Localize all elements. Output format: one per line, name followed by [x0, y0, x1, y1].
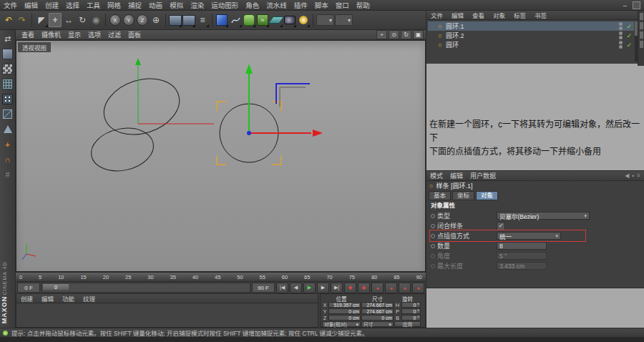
- object-manager-menu-item[interactable]: 标签: [509, 11, 530, 19]
- scale-tool-button[interactable]: ↔: [62, 13, 75, 27]
- lock-x-button[interactable]: X: [109, 13, 122, 27]
- texture-mode-button[interactable]: [1, 63, 14, 75]
- material-menu-item[interactable]: 纹理: [79, 294, 99, 303]
- enabled-check-icon[interactable]: ✓: [626, 23, 632, 30]
- material-menu-item[interactable]: 功能: [58, 294, 79, 303]
- history-back-icon[interactable]: ◀: [625, 172, 629, 179]
- make-editable-button[interactable]: ⇄: [1, 33, 14, 45]
- snap-settings-button[interactable]: ∩: [1, 153, 14, 165]
- size-z-field[interactable]: 0 cm: [361, 315, 394, 321]
- enabled-check-icon[interactable]: ✓: [626, 32, 632, 39]
- viewport-menu-item[interactable]: 面板: [125, 30, 145, 39]
- pan-view-icon[interactable]: +: [376, 30, 387, 39]
- layout-switch-icon[interactable]: [633, 1, 640, 9]
- add-environment-button[interactable]: [270, 13, 283, 27]
- number-field[interactable]: 8: [497, 242, 547, 250]
- menu-item[interactable]: 角色: [242, 0, 263, 10]
- tab-coordinates[interactable]: 坐标: [452, 191, 474, 200]
- maximize-view-icon[interactable]: ▣: [413, 30, 424, 39]
- visibility-dots[interactable]: [619, 41, 623, 49]
- undo-button[interactable]: ↶: [2, 13, 15, 27]
- rotation-p-field[interactable]: 0 °: [401, 308, 421, 314]
- frame-end-field[interactable]: 90 F: [252, 283, 275, 293]
- menu-item[interactable]: 创建: [42, 0, 62, 10]
- viewport-canvas[interactable]: [16, 41, 426, 272]
- object-name[interactable]: 圆环.1: [446, 21, 617, 31]
- goto-end-button[interactable]: ▶|: [331, 283, 343, 293]
- object-name[interactable]: 圆环: [446, 40, 617, 49]
- attr-menu-userdata[interactable]: 用户数据: [467, 171, 499, 180]
- object-manager-menu-item[interactable]: 对象: [489, 11, 509, 19]
- object-name[interactable]: 圆环.2: [446, 31, 617, 40]
- add-generator-button[interactable]: [243, 13, 255, 27]
- timeline-ruler[interactable]: 051015202530354045505560657075808590: [16, 272, 426, 281]
- polygons-mode-button[interactable]: [1, 123, 14, 135]
- object-properties-section[interactable]: 对象属性: [426, 201, 644, 210]
- viewport-view-label[interactable]: 透视视图: [18, 42, 51, 52]
- render-settings-button[interactable]: ≡: [196, 13, 209, 27]
- menu-item[interactable]: 动画: [145, 0, 166, 10]
- timeline-slider-handle[interactable]: 0: [43, 284, 69, 290]
- workplane-snap-button[interactable]: #: [1, 168, 14, 180]
- coord-mode-dropdown[interactable]: 对象(相对)▾: [322, 321, 361, 327]
- object-manager-menu-item[interactable]: 查看: [468, 11, 489, 19]
- object-manager-menu-item[interactable]: 文件: [426, 11, 447, 19]
- points-mode-button[interactable]: [1, 93, 14, 105]
- add-light-button[interactable]: [297, 13, 310, 27]
- lock-z-button[interactable]: Z: [136, 13, 149, 27]
- frame-start-field[interactable]: 0 F: [17, 283, 40, 293]
- add-camera-button[interactable]: [283, 13, 296, 27]
- attr-menu-edit[interactable]: 编辑: [447, 171, 467, 180]
- display-mode-dropdown[interactable]: ▾: [316, 14, 334, 26]
- apply-button[interactable]: 应用: [394, 321, 421, 327]
- menu-item[interactable]: 帮助: [353, 0, 374, 10]
- play-button[interactable]: ▶: [303, 283, 316, 293]
- add-primitive-button[interactable]: [215, 13, 228, 27]
- perspective-viewport[interactable]: 透视视图: [16, 40, 426, 272]
- material-menu-item[interactable]: 创建: [16, 294, 37, 303]
- figure-eight-bottom-loop[interactable]: [87, 122, 157, 176]
- move-tool-button[interactable]: +: [49, 13, 62, 27]
- record-scale-button[interactable]: ●: [385, 283, 397, 293]
- edges-mode-button[interactable]: [1, 108, 14, 120]
- object-manager-menu-item[interactable]: 书签: [530, 11, 551, 19]
- goto-start-button[interactable]: |◀: [276, 283, 288, 293]
- menu-item[interactable]: 脚本: [311, 0, 332, 10]
- zoom-view-icon[interactable]: ⊙: [389, 30, 399, 39]
- workplane-mode-button[interactable]: [1, 78, 14, 90]
- menu-item[interactable]: 选择: [62, 0, 83, 10]
- gizmo-y-arrowhead[interactable]: [245, 64, 253, 74]
- visibility-dots[interactable]: [619, 22, 623, 30]
- side-dock-tab[interactable]: [640, 31, 643, 39]
- menu-item[interactable]: 流水线: [263, 0, 291, 10]
- autokeying-button[interactable]: ◉: [358, 283, 370, 293]
- closed-spline-checkbox[interactable]: ✓: [497, 222, 505, 230]
- panel-menu-icon[interactable]: ≡: [637, 172, 640, 179]
- menu-item[interactable]: 文件: [0, 0, 21, 10]
- side-dock-tab[interactable]: [640, 13, 643, 20]
- menu-item[interactable]: 渲染: [187, 0, 208, 10]
- menu-item[interactable]: 网格: [104, 0, 125, 10]
- add-modifier-button[interactable]: ≈: [256, 13, 269, 27]
- next-frame-button[interactable]: ▶: [317, 283, 329, 293]
- type-dropdown[interactable]: 贝塞尔(Bezier) ▾: [497, 212, 590, 220]
- viewport-menu-item[interactable]: 显示: [64, 30, 84, 39]
- object-row[interactable]: ○ 圆环.1 ✓: [428, 21, 634, 31]
- last-tool-button[interactable]: ◉: [89, 13, 102, 27]
- visibility-dots[interactable]: [619, 31, 623, 39]
- model-mode-button[interactable]: [1, 48, 14, 60]
- timeline-slider[interactable]: 0: [42, 283, 250, 293]
- rotate-view-icon[interactable]: ↻: [401, 30, 411, 39]
- add-spline-button[interactable]: [229, 13, 242, 27]
- lock-icon[interactable]: ▪: [632, 172, 634, 179]
- menu-item[interactable]: 插件: [291, 0, 311, 10]
- material-menu-item[interactable]: 编辑: [37, 294, 58, 303]
- selection-bracket-bottom-right[interactable]: [272, 155, 281, 165]
- object-manager[interactable]: ○ 圆环.1 ✓ ○ 圆环.2 ✓ ○ 圆环 ✓: [426, 20, 644, 64]
- enabled-check-icon[interactable]: ✓: [626, 41, 632, 49]
- record-position-button[interactable]: ●: [371, 283, 384, 293]
- gizmo-origin-dot[interactable]: [247, 131, 251, 135]
- coordinate-system-button[interactable]: ⊕: [150, 13, 162, 27]
- selection-bracket-bottom-left[interactable]: [217, 155, 226, 165]
- side-dock-tab[interactable]: [640, 41, 643, 48]
